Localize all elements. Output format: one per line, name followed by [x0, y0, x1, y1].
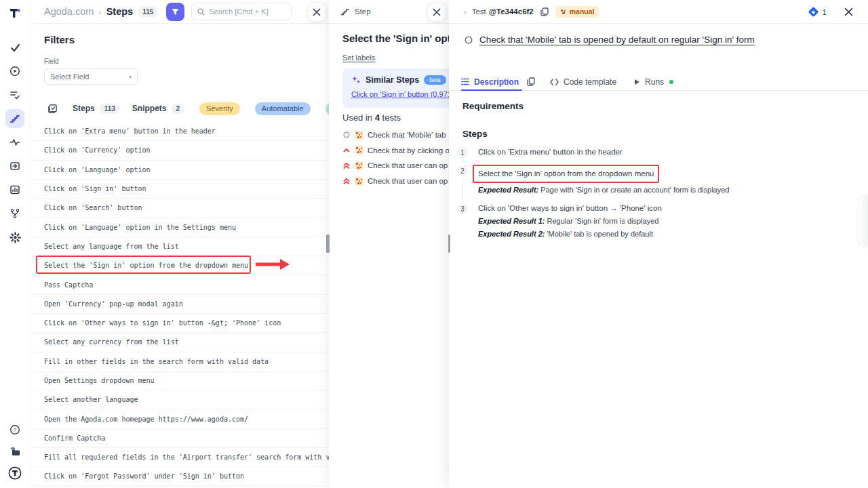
set-labels-link[interactable]: Set labels — [342, 54, 375, 62]
funnel-icon — [171, 7, 180, 16]
app-logo-icon[interactable] — [5, 4, 24, 23]
sidebar-item-steps[interactable] — [5, 109, 24, 128]
page-title: Steps — [106, 6, 134, 17]
play-icon — [634, 79, 640, 85]
test-step-text-highlighted[interactable]: Select the 'Sign in' option from the dro… — [473, 165, 659, 183]
test-emoji-icon — [559, 8, 567, 16]
search-input[interactable] — [209, 7, 283, 16]
tab-runs-label: Runs — [645, 77, 664, 87]
step-row[interactable]: Fill all requiered fields in the 'Airpor… — [31, 448, 329, 467]
step-row[interactable]: Click on 'Search' button — [31, 199, 329, 218]
runs-status-dot — [669, 80, 673, 84]
select-all-icon[interactable] — [47, 104, 58, 114]
filter-pills: SeverityAutomatableTypeTo — [184, 102, 329, 115]
step-row[interactable]: Open Settings dropdown menu — [31, 371, 329, 390]
svg-text:?: ? — [14, 427, 17, 433]
tab-runs[interactable]: Runs — [634, 77, 673, 87]
field-select[interactable]: Select Field ▾ — [44, 68, 138, 85]
edge-scroll-handle[interactable] — [859, 195, 868, 246]
step-row[interactable]: Select any currency from the list — [31, 333, 329, 352]
close-test-panel-button[interactable] — [844, 7, 853, 16]
step-row[interactable]: Confirm Captcha — [31, 429, 329, 448]
close-step-panel-button[interactable] — [428, 3, 446, 21]
list-icon — [461, 78, 469, 85]
step-row[interactable]: Click on 'Currency' option — [31, 141, 329, 160]
chevron-right-icon[interactable]: › — [464, 7, 467, 16]
used-in-tests-list: Check that 'Mobile' tabCheck that by cli… — [329, 127, 449, 188]
step-row[interactable]: Pass Captcha — [31, 275, 329, 294]
test-emoji-icon — [355, 146, 363, 155]
close-list-panel-button[interactable] — [308, 3, 326, 21]
step-icon — [340, 7, 349, 16]
profile-logo-icon[interactable] — [5, 464, 24, 483]
test-emoji-icon — [355, 131, 363, 140]
tab-description[interactable]: Description — [461, 77, 519, 87]
used-in-test-item[interactable]: Check that 'Mobile' tab — [329, 127, 449, 143]
code-icon — [550, 79, 559, 85]
help-icon[interactable]: ? — [5, 420, 24, 439]
expected-result-text: Page with 'Sign in or create an account'… — [538, 186, 729, 194]
breadcrumb-separator: › — [98, 7, 101, 17]
step-row[interactable]: Select any language from the list — [31, 237, 329, 256]
priority-diamond-icon[interactable] — [808, 7, 818, 18]
step-row[interactable]: Click on 'Extra menu' button in the head… — [31, 122, 329, 141]
step-row[interactable]: Fill in other fields in the search form … — [31, 352, 329, 371]
step-row[interactable]: Click on 'Other ways to sign in' button … — [31, 314, 329, 333]
used-in-prefix: Used in — [342, 113, 375, 123]
tab-steps[interactable]: Steps 113 — [73, 104, 120, 114]
sidebar-item-import[interactable] — [5, 157, 24, 176]
step-row[interactable]: Open the Agoda.com homepage https://www.… — [31, 409, 329, 428]
expected-result-text: 'Mobile' tab is opened by default — [545, 230, 653, 238]
sidebar-item-runs[interactable] — [5, 62, 24, 81]
panel-resize-handle-left[interactable] — [328, 235, 330, 253]
tab-snippets[interactable]: Snippets 2 — [132, 104, 184, 114]
similar-step-link[interactable]: Click on 'Sign in' button (0.9715 — [351, 90, 449, 98]
sidebar-item-tests[interactable] — [5, 38, 24, 57]
test-step-text[interactable]: Click on 'Other ways to sign in' button … — [478, 203, 868, 214]
used-in-test-item[interactable]: Check that user can op — [329, 158, 449, 174]
test-step-number: 3 — [457, 203, 468, 214]
sidebar-item-branches[interactable] — [5, 204, 24, 223]
filter-pill-automatable[interactable]: Automatable — [255, 102, 311, 115]
test-step-text[interactable]: Click on 'Extra menu' button in the head… — [478, 146, 868, 158]
used-in-test-item[interactable]: Check that by clicking o — [329, 143, 449, 159]
search-box[interactable] — [191, 3, 292, 20]
breadcrumb-project[interactable]: Agoda.com — [44, 6, 94, 17]
sidebar-item-settings[interactable] — [5, 228, 24, 247]
filter-pill-severity[interactable]: Severity — [199, 102, 240, 115]
step-row[interactable]: Open 'Currency' pop-up modal again — [31, 295, 329, 314]
manual-badge-label: manual — [570, 7, 595, 16]
tab-code-template[interactable]: Code template — [550, 77, 616, 87]
step-row[interactable]: Click on 'Forgot Password' under 'Sign i… — [31, 467, 329, 486]
copy-test-id-button[interactable] — [540, 7, 549, 16]
test-detail-panel: › Test @Te344c6f2 manual 1 Check that 'M… — [449, 0, 868, 488]
expected-result: Expected Result 1: Regular 'Sign in' for… — [478, 216, 868, 227]
copy-description-button[interactable] — [527, 77, 535, 86]
projects-icon[interactable] — [5, 442, 24, 461]
expected-result-text: Regular 'Sign in' form is displayed — [545, 217, 658, 225]
filter-button[interactable] — [166, 3, 184, 21]
close-icon — [844, 7, 853, 16]
test-title[interactable]: Check that 'Mobile' tab is opened by def… — [479, 35, 755, 45]
app-sidebar: ? — [0, 0, 31, 488]
step-row[interactable]: Click on 'Language' option in the Settin… — [31, 218, 329, 237]
priority-highest-icon — [342, 178, 350, 185]
used-in-test-item[interactable]: Check that user can op — [329, 174, 449, 189]
expected-result: Expected Result: Page with 'Sign in or c… — [478, 184, 868, 196]
test-id: @Te344c6f2 — [489, 7, 534, 16]
test-step: 1Click on 'Extra menu' button in the hea… — [449, 146, 868, 158]
sidebar-item-plans[interactable] — [5, 85, 24, 104]
sidebar-item-reports[interactable] — [5, 180, 24, 199]
priority-normal-icon — [342, 131, 350, 138]
test-step-number: 2 — [457, 165, 468, 176]
sidebar-item-analytics[interactable] — [5, 133, 24, 152]
step-row[interactable]: Click on 'Sign in' button — [31, 180, 329, 199]
used-in-test-title: Check that 'Mobile' tab — [368, 131, 446, 139]
step-row[interactable]: Select another language — [31, 390, 329, 409]
tab-description-label: Description — [474, 77, 519, 87]
expected-result-label: Expected Result 1: — [478, 217, 545, 225]
used-in-label: Used in 4 tests — [342, 113, 401, 123]
step-panel-title-label: Step — [355, 7, 371, 16]
panel-resize-handle-right[interactable] — [448, 235, 450, 253]
step-row[interactable]: Click on 'Language' option — [31, 161, 329, 180]
